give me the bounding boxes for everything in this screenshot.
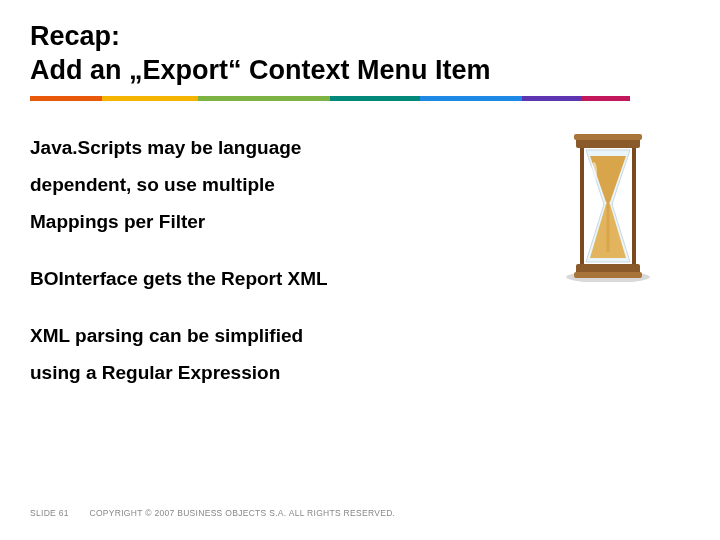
divider-rainbow — [30, 96, 630, 101]
slide-number: SLIDE 61 — [30, 508, 69, 518]
footer: SLIDE 61 COPYRIGHT © 2007 BUSINESS OBJEC… — [30, 508, 395, 518]
bullet-text: XML parsing can be simplified — [30, 317, 470, 354]
svg-rect-2 — [574, 134, 642, 140]
bullet-text: using a Regular Expression — [30, 354, 470, 391]
svg-rect-7 — [607, 202, 610, 252]
hourglass-icon — [548, 132, 668, 282]
bullet-text: dependent, so use multiple — [30, 166, 470, 203]
svg-rect-5 — [580, 148, 584, 264]
slide: Recap: Add an „Export“ Context Menu Item… — [0, 0, 720, 540]
bullet-text: Java.Scripts may be language — [30, 129, 470, 166]
slide-title: Recap: Add an „Export“ Context Menu Item — [30, 20, 690, 88]
bullet-group-3: XML parsing can be simplified using a Re… — [30, 317, 690, 391]
svg-rect-6 — [632, 148, 636, 264]
title-line-1: Recap: — [30, 20, 690, 54]
svg-point-8 — [591, 162, 597, 182]
bullet-text: Mappings per Filter — [30, 203, 470, 240]
title-line-2: Add an „Export“ Context Menu Item — [30, 54, 690, 88]
bullet-text: BOInterface gets the Report XML — [30, 260, 470, 297]
svg-rect-4 — [574, 272, 642, 278]
copyright-text: COPYRIGHT © 2007 BUSINESS OBJECTS S.A. A… — [89, 508, 395, 518]
